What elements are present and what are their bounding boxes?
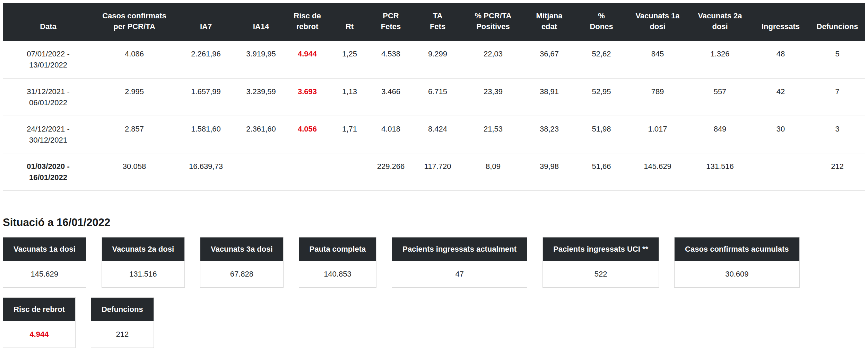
date-cell: 31/12/2021 -06/01/2022 [3, 78, 94, 116]
card-title: Defuncions [91, 298, 154, 321]
table-cell: 2.995 [94, 78, 175, 116]
card-title: Pauta completa [299, 237, 376, 261]
column-header-ia7: IA7 [175, 3, 237, 41]
table-cell: 38,23 [523, 116, 576, 153]
table-cell: 22,03 [463, 41, 523, 78]
column-header-ia14: IA14 [237, 3, 285, 41]
table-cell [329, 153, 370, 190]
card-value: 522 [543, 261, 659, 287]
table-row-total: 01/03/2020 -16/01/2022 30.058 16.639,73 … [3, 153, 865, 190]
table-cell: 1.657,99 [175, 78, 237, 116]
table-cell: 849 [688, 116, 752, 153]
card-pacients-ingressats-actualment: Pacients ingressats actualment 47 [392, 237, 527, 288]
table-cell: 212 [809, 153, 865, 190]
table-cell: 557 [688, 78, 752, 116]
table-cell: 16.639,73 [175, 153, 237, 190]
table-cell: 845 [627, 41, 688, 78]
column-header-line: IA14 [240, 21, 283, 32]
table-cell: 1,13 [329, 78, 370, 116]
date-range-start: 31/12/2021 - [6, 86, 91, 97]
card-title: Risc de rebrot [3, 298, 75, 321]
column-header-line: Ingressats [755, 21, 807, 32]
card-value: 140.853 [299, 261, 376, 287]
date-cell: 01/03/2020 -16/01/2022 [3, 153, 94, 190]
date-range-start: 24/12/2021 - [6, 124, 91, 135]
column-header-line: rebrot [288, 21, 327, 32]
table-row: 31/12/2021 -06/01/2022 2.995 1.657,99 3.… [3, 78, 865, 116]
date-range-end: 13/01/2022 [6, 60, 91, 71]
column-header-line: Fetes [373, 21, 409, 32]
card-title: Vacunats 2a dosi [102, 237, 185, 261]
card-value: 131.516 [102, 261, 185, 287]
risc-rebrot-cell [285, 153, 329, 190]
column-header-line: dosi [630, 21, 685, 32]
table-cell: 21,53 [463, 116, 523, 153]
table-cell: 7 [809, 78, 865, 116]
card-title: Vacunats 3a dosi [200, 237, 283, 261]
table-cell: 117.720 [412, 153, 463, 190]
table-row: 07/01/2022 -13/01/2022 4.086 2.261,96 3.… [3, 41, 865, 78]
column-header-line: Rt [332, 21, 367, 32]
column-header-ta-fets: TAFets [412, 3, 463, 41]
table-cell: 4.086 [94, 41, 175, 78]
card-vacunats-2a-dosi: Vacunats 2a dosi 131.516 [102, 237, 185, 288]
table-cell: 229.266 [370, 153, 412, 190]
section-title: Situació a 16/01/2022 [3, 216, 865, 229]
column-header-line: Dones [579, 21, 624, 32]
column-header-line: Defuncions [812, 21, 862, 32]
table-cell: 8,09 [463, 153, 523, 190]
table-cell [752, 153, 809, 190]
date-range-end: 16/01/2022 [6, 172, 91, 183]
column-header-line: Data [6, 21, 91, 32]
table-cell: 51,66 [576, 153, 627, 190]
column-header-line: Positives [466, 21, 520, 32]
column-header-line: Risc de [288, 10, 327, 21]
date-range-end: 30/12/2021 [6, 135, 91, 146]
covid-summary-table: Data Casos confirmatsper PCR/TA IA7 IA14… [3, 3, 865, 191]
column-header-ingressats: Ingressats [752, 3, 809, 41]
date-cell: 24/12/2021 -30/12/2021 [3, 116, 94, 153]
table-cell: 52,95 [576, 78, 627, 116]
table-cell: 30 [752, 116, 809, 153]
column-header-risc-de-rebrot: Risc derebrot [285, 3, 329, 41]
column-header-defuncions: Defuncions [809, 3, 865, 41]
table-cell: 36,67 [523, 41, 576, 78]
card-risc-de-rebrot: Risc de rebrot 4.944 [3, 297, 76, 348]
column-header-line: IA7 [178, 21, 234, 32]
situation-cards-row-2: Risc de rebrot 4.944 Defuncions 212 [3, 297, 865, 348]
risc-rebrot-cell: 3.693 [285, 78, 329, 116]
card-title: Pacients ingressats actualment [392, 237, 527, 261]
column-header-vacunats-1a-dosi: Vacunats 1adosi [627, 3, 688, 41]
table-cell: 23,39 [463, 78, 523, 116]
date-range-end: 06/01/2022 [6, 97, 91, 108]
column-header-pct-dones: %Dones [576, 3, 627, 41]
card-value: 212 [91, 321, 154, 348]
card-title: Pacients ingressats UCI ** [543, 237, 659, 261]
column-header-line: Vacunats 2a [691, 10, 749, 21]
column-header-line: Vacunats 1a [630, 10, 685, 21]
table-cell: 9.299 [412, 41, 463, 78]
card-value: 30.609 [675, 261, 799, 287]
table-cell: 145.629 [627, 153, 688, 190]
column-header-vacunats-2a-dosi: Vacunats 2adosi [688, 3, 752, 41]
table-cell: 1.017 [627, 116, 688, 153]
card-vacunats-3a-dosi: Vacunats 3a dosi 67.828 [200, 237, 284, 288]
table-cell: 1,25 [329, 41, 370, 78]
card-pauta-completa: Pauta completa 140.853 [299, 237, 377, 288]
column-header-casos-confirmats: Casos confirmatsper PCR/TA [94, 3, 175, 41]
table-cell: 1.326 [688, 41, 752, 78]
table-cell: 2.361,60 [237, 116, 285, 153]
table-cell: 42 [752, 78, 809, 116]
table-cell: 2.261,96 [175, 41, 237, 78]
column-header-line: Mitjana [526, 10, 573, 21]
column-header-pct-positives: % PCR/TAPositives [463, 3, 523, 41]
date-range-start: 07/01/2022 - [6, 48, 91, 60]
table-cell: 4.018 [370, 116, 412, 153]
table-cell: 51,98 [576, 116, 627, 153]
table-cell: 131.516 [688, 153, 752, 190]
table-cell: 3.919,95 [237, 41, 285, 78]
column-header-line: TA [415, 10, 461, 21]
card-vacunats-1a-dosi: Vacunats 1a dosi 145.629 [3, 237, 86, 288]
table-cell: 52,62 [576, 41, 627, 78]
column-header-pcr-fetes: PCRFetes [370, 3, 412, 41]
